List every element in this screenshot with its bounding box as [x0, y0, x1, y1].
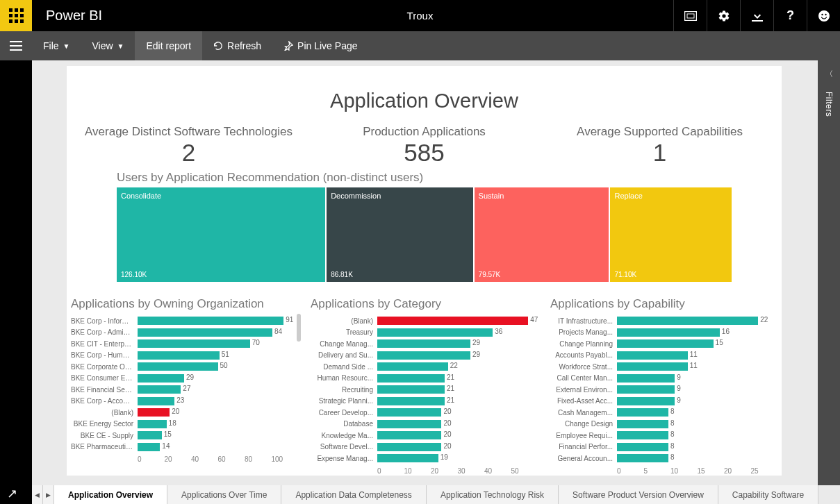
bar-row[interactable]: Employee Requi...8: [550, 430, 777, 442]
bar-row[interactable]: BKE Pharmaceuticals14: [71, 442, 298, 453]
bar-row[interactable]: Delivery and Su...29: [311, 350, 538, 362]
bar-value: 11: [690, 362, 698, 369]
chart-scrollbar[interactable]: [297, 314, 301, 342]
bar-value: 47: [530, 316, 538, 324]
bar-row[interactable]: BKE CIT - Enterprise...70: [71, 338, 298, 350]
bar-row[interactable]: Human Resourc...21: [311, 373, 538, 385]
treemap-cell-value: 86.81K: [331, 271, 353, 278]
page-tab[interactable]: Capability Software: [718, 485, 818, 504]
tab-scroll-right[interactable]: ▶: [43, 485, 54, 504]
bar-category: BKE Financial Servic...: [71, 386, 138, 394]
bar-row[interactable]: Change Manag...29: [311, 338, 538, 350]
treemap-cell[interactable]: Consolidate126.10K: [117, 187, 325, 282]
treemap-cell[interactable]: Replace71.10K: [610, 187, 732, 282]
bar-row[interactable]: BKE Corp - Account...23: [71, 396, 298, 408]
bar-row[interactable]: BKE Corp - Human ...51: [71, 350, 298, 362]
bar-value: 20: [443, 442, 451, 450]
bar-category: IT Infrastructure...: [550, 317, 617, 325]
chart-x-axis: 0510152025: [550, 467, 777, 475]
bar-row[interactable]: Treasury36: [311, 327, 538, 339]
bar-value: 22: [760, 316, 768, 324]
expand-nav-icon[interactable]: ↗: [7, 486, 17, 501]
bar-row[interactable]: Software Devel...20: [311, 442, 538, 453]
bar-row[interactable]: BKE Financial Servic...27: [71, 384, 298, 396]
bar-chart[interactable]: Applications by Owning OrganizationBKE C…: [71, 297, 298, 475]
bar-row[interactable]: BKE Corporate Ope...50: [71, 361, 298, 373]
bar-row[interactable]: BKE CE - Supply15: [71, 430, 298, 442]
bar-row[interactable]: BKE Consumer Elec...29: [71, 373, 298, 385]
bar-chart[interactable]: Applications by Category(Blank)47Treasur…: [311, 297, 538, 475]
bar-category: BKE Pharmaceuticals: [71, 443, 138, 451]
page-tab[interactable]: Application Overview: [54, 485, 167, 504]
page-tab[interactable]: Applications Over Time: [167, 485, 281, 504]
bar-row[interactable]: IT Infrastructure...22: [550, 315, 777, 327]
bar-row[interactable]: Database20: [311, 419, 538, 430]
bar-row[interactable]: BKE Energy Sector18: [71, 419, 298, 430]
bar-row[interactable]: BKE Corp - Adminis...84: [71, 327, 298, 339]
download-icon[interactable]: [740, 0, 773, 31]
treemap-title: Users by Application Recommendation (non…: [117, 171, 732, 185]
settings-icon[interactable]: [707, 0, 740, 31]
file-menu[interactable]: File▼: [32, 31, 81, 60]
edit-report-button[interactable]: Edit report: [135, 31, 202, 60]
kpi-row: Average Distinct Software Technologies2P…: [67, 112, 782, 167]
bar-row[interactable]: BKE Corp - Informa...91: [71, 315, 298, 327]
bar-value: 9: [677, 385, 681, 392]
bar-row[interactable]: (Blank)47: [311, 315, 538, 327]
bar-value: 20: [172, 408, 179, 415]
bar-category: Strategic Planni...: [311, 397, 377, 405]
bar-row[interactable]: Call Center Man...9: [550, 373, 777, 385]
page-tab[interactable]: Application Technology Risk: [427, 485, 559, 504]
bar-row[interactable]: Career Develop...20: [311, 407, 538, 419]
bar-row[interactable]: Change Planning15: [550, 338, 777, 350]
bar-row[interactable]: Expense Manag...19: [311, 453, 538, 464]
bar-row[interactable]: Projects Manag...16: [550, 327, 777, 339]
bar-row[interactable]: Fixed-Asset Acc...9: [550, 396, 777, 408]
kpi-card[interactable]: Production Applications585: [306, 125, 542, 167]
bar-category: External Environ...: [550, 386, 617, 394]
kpi-value: 585: [306, 139, 542, 167]
help-icon[interactable]: ?: [773, 0, 807, 31]
bar-row[interactable]: (Blank)20: [71, 407, 298, 419]
bar-row[interactable]: General Accoun...8: [550, 453, 777, 464]
tab-scroll-left[interactable]: ◀: [32, 485, 43, 504]
fullscreen-icon[interactable]: [673, 0, 707, 31]
nav-toggle-button[interactable]: [0, 31, 32, 60]
bar-row[interactable]: Demand Side ...22: [311, 361, 538, 373]
report-canvas[interactable]: Application Overview Average Distinct So…: [67, 66, 782, 476]
bar-row[interactable]: Accounts Payabl...11: [550, 350, 777, 362]
bar-row[interactable]: Recruiting21: [311, 384, 538, 396]
bar-category: Change Manag...: [311, 340, 377, 348]
bar-category: Knowledge Ma...: [311, 432, 377, 439]
view-menu[interactable]: View▼: [81, 31, 135, 60]
bar-row[interactable]: Change Design8: [550, 419, 777, 430]
refresh-label: Refresh: [227, 40, 261, 51]
bar-row[interactable]: Financial Perfor...8: [550, 442, 777, 453]
treemap-cell[interactable]: Decommission86.81K: [327, 187, 472, 282]
report-stage: Application Overview Average Distinct So…: [32, 60, 818, 485]
bar-category: BKE Consumer Elec...: [71, 374, 138, 382]
bar-chart[interactable]: Applications by CapabilityIT Infrastruct…: [550, 297, 777, 475]
kpi-card[interactable]: Average Distinct Software Technologies2: [71, 125, 306, 167]
refresh-button[interactable]: Refresh: [202, 31, 272, 60]
bar-row[interactable]: Workforce Strat...11: [550, 361, 777, 373]
bar-row[interactable]: Cash Managem...8: [550, 407, 777, 419]
svg-point-3: [818, 10, 830, 22]
bar-category: Career Develop...: [311, 409, 377, 417]
bar-row[interactable]: Knowledge Ma...20: [311, 430, 538, 442]
bar-row[interactable]: External Environ...9: [550, 384, 777, 396]
bar-row[interactable]: Strategic Planni...21: [311, 396, 538, 408]
feedback-icon[interactable]: [807, 0, 840, 31]
filters-pane-collapsed[interactable]: 〈 Filters: [818, 60, 840, 485]
app-launcher-button[interactable]: [0, 0, 32, 31]
page-tab[interactable]: Software Product Version Overview: [559, 485, 718, 504]
bar-value: 36: [495, 328, 502, 335]
bar-category: Cash Managem...: [550, 409, 617, 417]
pin-live-button[interactable]: Pin Live Page: [272, 31, 368, 60]
bar-value: 16: [722, 328, 730, 335]
treemap-cell[interactable]: Sustain79.57K: [475, 187, 609, 282]
treemap-visual[interactable]: Users by Application Recommendation (non…: [67, 167, 782, 282]
treemap-cell-label: Replace: [614, 192, 727, 200]
kpi-card[interactable]: Average Supported Capabilities1: [542, 125, 777, 167]
page-tab[interactable]: Application Data Completeness: [281, 485, 426, 504]
